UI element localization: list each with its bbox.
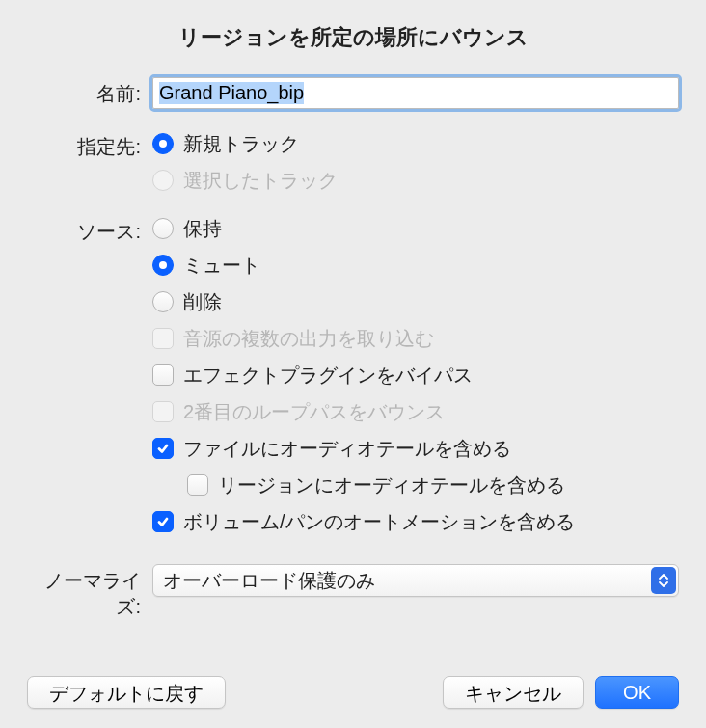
radio-icon: [152, 255, 174, 276]
option-label: 音源の複数の出力を取り込む: [183, 326, 434, 352]
source-radio-0[interactable]: 保持: [152, 215, 679, 242]
checkbox-icon: [152, 401, 174, 422]
source-check-4[interactable]: リージョンにオーディオテールを含める: [187, 472, 679, 499]
radio-icon: [152, 133, 174, 154]
radio-icon: [152, 218, 174, 239]
name-input[interactable]: [152, 77, 679, 109]
source-check-0: 音源の複数の出力を取り込む: [152, 325, 679, 352]
option-label: 保持: [183, 216, 222, 242]
option-label: 選択したトラック: [183, 168, 338, 194]
option-label: 2番目のループパスをバウンス: [183, 399, 445, 425]
checkbox-icon: [152, 328, 174, 349]
normalize-select[interactable]: オーバーロード保護のみ: [152, 564, 679, 597]
checkbox-icon: [152, 438, 174, 459]
option-label: リージョンにオーディオテールを含める: [218, 472, 565, 499]
destination-option-0[interactable]: 新規トラック: [152, 130, 679, 157]
checkbox-icon: [152, 364, 174, 386]
cancel-button[interactable]: キャンセル: [443, 676, 584, 709]
radio-icon: [152, 170, 174, 191]
name-label: 名前:: [27, 77, 152, 107]
source-check-3[interactable]: ファイルにオーディオテールを含める: [152, 435, 679, 462]
destination-label: 指定先:: [27, 130, 152, 160]
source-label: ソース:: [27, 215, 152, 245]
destination-option-1: 選択したトラック: [152, 167, 679, 194]
popup-arrows-icon: [651, 567, 676, 594]
source-check-1[interactable]: エフェクトプラグインをバイパス: [152, 362, 679, 389]
radio-icon: [152, 291, 174, 312]
ok-button[interactable]: OK: [595, 676, 679, 709]
option-label: エフェクトプラグインをバイパス: [183, 363, 473, 389]
dialog-title: リージョンを所定の場所にバウンス: [27, 23, 679, 52]
source-check-5[interactable]: ボリューム/パンのオートメーションを含める: [152, 508, 679, 535]
source-check-2: 2番目のループパスをバウンス: [152, 398, 679, 425]
source-radio-2[interactable]: 削除: [152, 288, 679, 315]
option-label: ファイルにオーディオテールを含める: [183, 436, 511, 462]
option-label: 新規トラック: [183, 131, 299, 157]
checkbox-icon: [187, 474, 208, 496]
checkbox-icon: [152, 511, 174, 532]
normalize-value: オーバーロード保護のみ: [163, 568, 375, 594]
option-label: ボリューム/パンのオートメーションを含める: [183, 509, 575, 535]
option-label: ミュート: [183, 253, 260, 279]
normalize-label: ノーマライズ:: [27, 564, 152, 620]
option-label: 削除: [183, 289, 222, 315]
reset-defaults-button[interactable]: デフォルトに戻す: [27, 676, 226, 709]
source-radio-1[interactable]: ミュート: [152, 252, 679, 279]
